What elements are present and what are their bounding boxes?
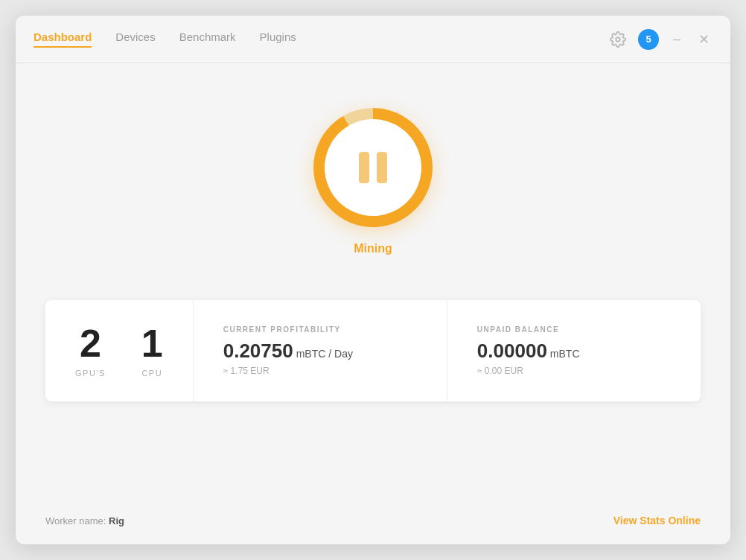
title-bar: Dashboard Devices Benchmark Plugins 5 – … — [16, 16, 730, 63]
close-button[interactable]: ✕ — [695, 31, 712, 48]
worker-prefix: Worker name: — [45, 515, 109, 526]
device-counts-section: 2 GPU'S 1 CPU — [45, 300, 194, 401]
tab-dashboard[interactable]: Dashboard — [34, 31, 92, 48]
mining-status-label: Mining — [354, 242, 392, 255]
gpu-label: GPU'S — [75, 369, 106, 378]
view-stats-link[interactable]: View Stats Online — [613, 515, 701, 526]
profitability-amount: 0.20750 — [223, 340, 293, 362]
gpu-stat: 2 GPU'S — [75, 324, 106, 378]
pause-icon — [359, 152, 387, 183]
mining-section: Mining — [313, 108, 433, 255]
cpu-label: CPU — [141, 369, 162, 378]
settings-icon[interactable] — [607, 28, 629, 51]
cpu-stat: 1 CPU — [141, 324, 163, 378]
profitability-title: CURRENT PROFITABILITY — [223, 325, 417, 334]
balance-eur: ≈ 0.00 EUR — [477, 366, 671, 376]
tab-devices[interactable]: Devices — [115, 31, 155, 48]
balance-title: UNPAID BALANCE — [477, 325, 671, 334]
notification-badge[interactable]: 5 — [638, 29, 659, 50]
mining-toggle-button[interactable] — [313, 108, 433, 227]
profitability-section: CURRENT PROFITABILITY 0.20750mBTC / Day … — [194, 300, 447, 401]
profitability-amount-row: 0.20750mBTC / Day — [223, 340, 417, 363]
balance-amount-row: 0.00000mBTC — [477, 340, 671, 363]
worker-name: Worker name: Rig — [45, 515, 124, 526]
balance-unit: mBTC — [550, 348, 580, 360]
tab-plugins[interactable]: Plugins — [260, 31, 296, 48]
device-stats: 2 GPU'S 1 CPU — [75, 324, 163, 378]
tab-benchmark[interactable]: Benchmark — [179, 31, 236, 48]
mining-circle-inner — [325, 119, 421, 216]
cpu-count: 1 — [141, 324, 163, 363]
footer: Worker name: Rig View Stats Online — [16, 503, 730, 544]
minimize-button[interactable]: – — [668, 31, 686, 48]
stats-card: 2 GPU'S 1 CPU CURRENT PROFITABILITY 0.20… — [45, 300, 701, 401]
nav-tabs: Dashboard Devices Benchmark Plugins — [34, 31, 607, 48]
profitability-eur: ≈ 1.75 EUR — [223, 366, 417, 376]
profitability-unit: mBTC / Day — [296, 348, 353, 360]
title-bar-controls: 5 – ✕ — [607, 28, 712, 51]
balance-section: UNPAID BALANCE 0.00000mBTC ≈ 0.00 EUR — [447, 300, 701, 401]
pause-bar-left — [359, 152, 369, 183]
gpu-count: 2 — [80, 324, 101, 363]
app-window: Dashboard Devices Benchmark Plugins 5 – … — [16, 16, 730, 544]
pause-bar-right — [377, 152, 387, 183]
svg-point-0 — [616, 37, 620, 42]
worker-name-value: Rig — [109, 515, 124, 526]
main-content: Mining 2 GPU'S 1 CPU CURRENT P — [16, 63, 730, 503]
balance-amount: 0.00000 — [477, 340, 547, 362]
